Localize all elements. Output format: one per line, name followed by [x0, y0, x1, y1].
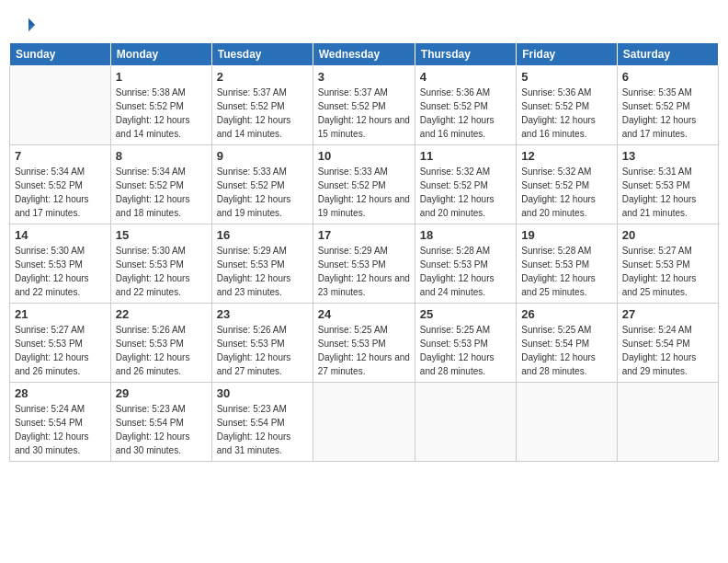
calendar-week-row: 1Sunrise: 5:38 AMSunset: 5:52 PMDaylight… [10, 66, 719, 145]
day-info: Sunrise: 5:33 AMSunset: 5:52 PMDaylight:… [318, 165, 410, 220]
day-info: Sunrise: 5:25 AMSunset: 5:53 PMDaylight:… [420, 323, 511, 378]
day-info: Sunrise: 5:28 AMSunset: 5:53 PMDaylight:… [521, 244, 611, 299]
day-number: 16 [217, 228, 308, 242]
calendar-cell: 10Sunrise: 5:33 AMSunset: 5:52 PMDayligh… [313, 145, 415, 224]
calendar-cell [313, 383, 415, 462]
weekday-header: Thursday [415, 43, 516, 66]
calendar-cell: 8Sunrise: 5:34 AMSunset: 5:52 PMDaylight… [110, 145, 211, 224]
day-number: 28 [15, 386, 106, 400]
calendar-cell [517, 383, 617, 462]
logo-icon [20, 17, 37, 33]
calendar-week-row: 21Sunrise: 5:27 AMSunset: 5:53 PMDayligh… [10, 304, 719, 383]
day-info: Sunrise: 5:31 AMSunset: 5:53 PMDaylight:… [622, 165, 713, 220]
day-info: Sunrise: 5:27 AMSunset: 5:53 PMDaylight:… [622, 244, 713, 299]
calendar-cell: 12Sunrise: 5:32 AMSunset: 5:52 PMDayligh… [517, 145, 617, 224]
day-number: 22 [116, 307, 207, 321]
day-number: 3 [318, 70, 410, 84]
calendar-cell: 2Sunrise: 5:37 AMSunset: 5:52 PMDaylight… [211, 66, 313, 145]
day-info: Sunrise: 5:30 AMSunset: 5:53 PMDaylight:… [116, 244, 207, 299]
day-number: 7 [15, 149, 106, 163]
day-info: Sunrise: 5:32 AMSunset: 5:52 PMDaylight:… [521, 165, 611, 220]
day-info: Sunrise: 5:24 AMSunset: 5:54 PMDaylight:… [622, 323, 713, 378]
weekday-header: Monday [110, 43, 211, 66]
calendar-week-row: 7Sunrise: 5:34 AMSunset: 5:52 PMDaylight… [10, 145, 719, 224]
calendar-cell: 27Sunrise: 5:24 AMSunset: 5:54 PMDayligh… [617, 304, 718, 383]
calendar-cell: 5Sunrise: 5:36 AMSunset: 5:52 PMDaylight… [517, 66, 617, 145]
day-number: 27 [622, 307, 713, 321]
day-number: 18 [420, 228, 511, 242]
day-info: Sunrise: 5:28 AMSunset: 5:53 PMDaylight:… [420, 244, 511, 299]
day-number: 30 [217, 386, 308, 400]
calendar-cell: 28Sunrise: 5:24 AMSunset: 5:54 PMDayligh… [10, 383, 111, 462]
weekday-header: Wednesday [313, 43, 415, 66]
calendar-cell: 3Sunrise: 5:37 AMSunset: 5:52 PMDaylight… [313, 66, 415, 145]
calendar-cell: 1Sunrise: 5:38 AMSunset: 5:52 PMDaylight… [110, 66, 211, 145]
day-number: 17 [318, 228, 410, 242]
calendar-cell [617, 383, 718, 462]
day-number: 29 [116, 386, 207, 400]
day-number: 6 [622, 70, 713, 84]
calendar-cell: 18Sunrise: 5:28 AMSunset: 5:53 PMDayligh… [415, 224, 516, 304]
day-number: 2 [217, 70, 308, 84]
day-info: Sunrise: 5:36 AMSunset: 5:52 PMDaylight:… [420, 86, 511, 141]
svg-marker-0 [28, 18, 35, 25]
weekday-header: Sunday [10, 43, 111, 66]
day-info: Sunrise: 5:23 AMSunset: 5:54 PMDaylight:… [116, 402, 207, 457]
day-info: Sunrise: 5:29 AMSunset: 5:53 PMDaylight:… [318, 244, 410, 299]
day-info: Sunrise: 5:26 AMSunset: 5:53 PMDaylight:… [116, 323, 207, 378]
calendar-cell: 4Sunrise: 5:36 AMSunset: 5:52 PMDaylight… [415, 66, 516, 145]
day-number: 11 [420, 149, 511, 163]
day-number: 15 [116, 228, 207, 242]
calendar-cell: 9Sunrise: 5:33 AMSunset: 5:52 PMDaylight… [211, 145, 313, 224]
day-number: 9 [217, 149, 308, 163]
calendar-cell [10, 66, 111, 145]
calendar-week-row: 28Sunrise: 5:24 AMSunset: 5:54 PMDayligh… [10, 383, 719, 462]
day-info: Sunrise: 5:37 AMSunset: 5:52 PMDaylight:… [217, 86, 308, 141]
day-info: Sunrise: 5:25 AMSunset: 5:54 PMDaylight:… [521, 323, 611, 378]
logo [18, 17, 37, 33]
day-number: 12 [521, 149, 611, 163]
calendar-header-row: SundayMondayTuesdayWednesdayThursdayFrid… [10, 43, 719, 66]
weekday-header: Saturday [617, 43, 718, 66]
calendar-cell: 20Sunrise: 5:27 AMSunset: 5:53 PMDayligh… [617, 224, 718, 304]
day-info: Sunrise: 5:29 AMSunset: 5:53 PMDaylight:… [217, 244, 308, 299]
day-info: Sunrise: 5:34 AMSunset: 5:52 PMDaylight:… [15, 165, 106, 220]
calendar-cell: 15Sunrise: 5:30 AMSunset: 5:53 PMDayligh… [110, 224, 211, 304]
calendar-cell: 24Sunrise: 5:25 AMSunset: 5:53 PMDayligh… [313, 304, 415, 383]
day-number: 26 [521, 307, 611, 321]
calendar-week-row: 14Sunrise: 5:30 AMSunset: 5:53 PMDayligh… [10, 224, 719, 304]
day-number: 19 [521, 228, 611, 242]
day-number: 13 [622, 149, 713, 163]
day-info: Sunrise: 5:32 AMSunset: 5:52 PMDaylight:… [420, 165, 511, 220]
calendar-cell: 13Sunrise: 5:31 AMSunset: 5:53 PMDayligh… [617, 145, 718, 224]
calendar-cell: 7Sunrise: 5:34 AMSunset: 5:52 PMDaylight… [10, 145, 111, 224]
day-info: Sunrise: 5:34 AMSunset: 5:52 PMDaylight:… [116, 165, 207, 220]
day-number: 20 [622, 228, 713, 242]
calendar-cell: 17Sunrise: 5:29 AMSunset: 5:53 PMDayligh… [313, 224, 415, 304]
day-info: Sunrise: 5:38 AMSunset: 5:52 PMDaylight:… [116, 86, 207, 141]
day-info: Sunrise: 5:24 AMSunset: 5:54 PMDaylight:… [15, 402, 106, 457]
calendar-cell: 6Sunrise: 5:35 AMSunset: 5:52 PMDaylight… [617, 66, 718, 145]
page-header [9, 9, 719, 37]
calendar-cell: 22Sunrise: 5:26 AMSunset: 5:53 PMDayligh… [110, 304, 211, 383]
day-number: 8 [116, 149, 207, 163]
calendar-cell: 30Sunrise: 5:23 AMSunset: 5:54 PMDayligh… [211, 383, 313, 462]
calendar-cell: 23Sunrise: 5:26 AMSunset: 5:53 PMDayligh… [211, 304, 313, 383]
calendar-cell: 26Sunrise: 5:25 AMSunset: 5:54 PMDayligh… [517, 304, 617, 383]
day-info: Sunrise: 5:25 AMSunset: 5:53 PMDaylight:… [318, 323, 410, 378]
day-number: 21 [15, 307, 106, 321]
weekday-header: Tuesday [211, 43, 313, 66]
day-info: Sunrise: 5:33 AMSunset: 5:52 PMDaylight:… [217, 165, 308, 220]
svg-marker-1 [28, 25, 35, 31]
day-number: 10 [318, 149, 410, 163]
calendar-cell [415, 383, 516, 462]
day-info: Sunrise: 5:23 AMSunset: 5:54 PMDaylight:… [217, 402, 308, 457]
calendar-cell: 21Sunrise: 5:27 AMSunset: 5:53 PMDayligh… [10, 304, 111, 383]
day-info: Sunrise: 5:26 AMSunset: 5:53 PMDaylight:… [217, 323, 308, 378]
day-info: Sunrise: 5:30 AMSunset: 5:53 PMDaylight:… [15, 244, 106, 299]
day-info: Sunrise: 5:36 AMSunset: 5:52 PMDaylight:… [521, 86, 611, 141]
day-number: 14 [15, 228, 106, 242]
calendar-cell: 14Sunrise: 5:30 AMSunset: 5:53 PMDayligh… [10, 224, 111, 304]
calendar-cell: 19Sunrise: 5:28 AMSunset: 5:53 PMDayligh… [517, 224, 617, 304]
day-number: 1 [116, 70, 207, 84]
